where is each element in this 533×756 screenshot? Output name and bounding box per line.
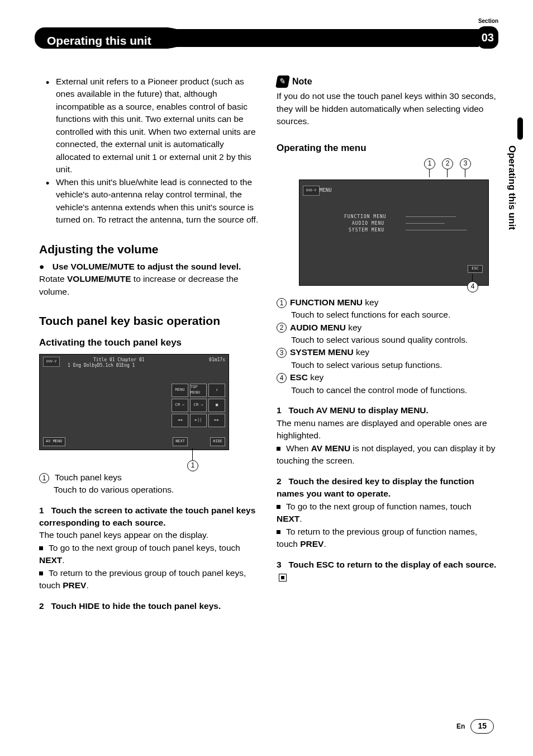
fig-next-btn[interactable]: NEXT [173, 437, 188, 446]
fig-avmenu-btn[interactable]: AV MENU [43, 437, 65, 446]
fig-callout: 2 [442, 158, 453, 169]
step-sub: To return to the previous group of funct… [277, 526, 497, 551]
fig-callout: 3 [460, 158, 471, 169]
fig-callout: 1 [187, 460, 198, 471]
square-bullet-icon [277, 447, 280, 451]
legend-desc: Touch to do various operations. [39, 484, 260, 496]
figure-menu: DVD-V MENU FUNCTION MENU AUDIO MENU SYST… [299, 179, 489, 286]
adjust-body: Rotate VOLUME/MUTE to increase or decrea… [39, 273, 260, 298]
fig-btn[interactable]: CM → [190, 399, 207, 412]
section-label: Section [477, 17, 498, 25]
step-bold: Touch ESC to return to the display of ea… [289, 560, 497, 569]
fig-leader [465, 169, 465, 177]
legend-tail: key [308, 372, 323, 382]
legend-desc: Touch to select functions for each sourc… [277, 309, 497, 321]
legend-num: 2 [277, 323, 287, 333]
header-section: Section 03 [477, 17, 498, 49]
step: 1 Touch AV MENU to display MENU. [277, 404, 497, 417]
step-num: 2 [277, 476, 282, 486]
fig-legend: 1 Touch panel keys [39, 471, 260, 484]
legend-tail: key [363, 297, 378, 307]
fig-leader [429, 169, 430, 177]
fig-btn[interactable]: ↕ [208, 384, 225, 397]
fig-menu-item[interactable]: SYSTEM MENU [344, 227, 387, 234]
text-bold: PREV [300, 539, 323, 549]
fig-callout: 1 [424, 158, 435, 169]
step-bold: Touch the desired key to display the fun… [277, 476, 474, 498]
fig-menu-item[interactable]: AUDIO MENU [344, 220, 387, 227]
fig-menu-item[interactable]: FUNCTION MENU [344, 214, 387, 220]
legend-bold: ESC [290, 372, 308, 382]
text: To go to the next group of function name… [286, 502, 472, 511]
note-body: If you do not use the touch panel keys w… [277, 90, 497, 127]
fig-btn[interactable]: ►► [208, 414, 225, 427]
step: 3 Touch ESC to return to the display of … [277, 559, 497, 584]
legend-label: Touch panel keys [55, 472, 122, 482]
adjust-lead-bold: Use VOLUME/MUTE to adjust the sound leve… [53, 262, 241, 271]
fig-menu-leaders [406, 216, 467, 237]
text: Rotate [39, 274, 67, 284]
sidebar-tab [517, 117, 523, 140]
step-num: 3 [277, 560, 282, 569]
step-sub: To return to the previous group of touch… [39, 567, 260, 592]
header-bar: Operating this unit Section 03 [35, 27, 498, 51]
intro-bullets: External unit refers to a Pioneer produc… [39, 75, 260, 226]
fig-info-line: 1 Eng DolbyD5.1ch 01Eng 1 [68, 362, 135, 368]
fig-callout: 4 [467, 281, 478, 292]
right-column: ✎ Note If you do not use the touch panel… [277, 75, 497, 612]
figure-touch-panel: DVD-V Title 01 Chapter 01 01m17s 1 Eng D… [39, 354, 229, 450]
bullet-dot: ● [39, 262, 44, 271]
text: To go to the next group of touch panel k… [49, 543, 240, 552]
legend-num: 4 [277, 373, 287, 383]
legend-row: 1FUNCTION MENU key [277, 296, 497, 309]
adjust-lead: ● Use VOLUME/MUTE to adjust the sound le… [39, 261, 260, 273]
fig-esc-btn[interactable]: ESC [468, 265, 483, 273]
step-line: The touch panel keys appear on the displ… [39, 529, 260, 541]
step: 1 Touch the screen to activate the touch… [39, 504, 260, 530]
legend-tail: key [354, 347, 369, 357]
step: 2 Touch HIDE to hide the touch panel key… [39, 600, 260, 612]
sidebar-text: Operating this unit [505, 145, 518, 230]
square-bullet-icon [39, 571, 43, 575]
fig-btn[interactable]: ■ [208, 399, 225, 412]
footer-page: 15 [470, 719, 494, 734]
square-bullet-icon [39, 546, 43, 550]
legend-num: 3 [277, 348, 287, 358]
note-header: ✎ Note [277, 75, 497, 88]
text-bold: NEXT [277, 514, 299, 523]
section-number: 03 [477, 26, 498, 49]
text-bold: NEXT [39, 555, 62, 565]
fig-leader [192, 448, 193, 461]
legend-tail: key [346, 323, 361, 332]
note-label: Note [292, 75, 312, 88]
step-bold: Touch HIDE to hide the touch panel keys. [51, 601, 221, 611]
fig-button-grid: MENU TOP MENU ↕ CM ← CM → ■ ◄◄ ►|| ►► [172, 384, 225, 427]
fig-btn[interactable]: MENU [172, 384, 188, 397]
fig-leader [447, 169, 448, 177]
fig-menu-label: MENU [320, 187, 332, 194]
heading-touch-panel: Touch panel key basic operation [39, 313, 260, 329]
legend-desc: Touch to select various sound quality co… [277, 334, 497, 346]
fig-leader [472, 274, 473, 282]
fig-elapsed: 01m17s [209, 357, 225, 363]
intro-bullet: External unit refers to a Pioneer produc… [48, 75, 260, 176]
fig-btn[interactable]: ►|| [190, 414, 207, 427]
subheading-activating: Activating the touch panel keys [39, 336, 260, 349]
source-badge: DVD-V [303, 186, 320, 196]
legend-row: 3SYSTEM MENU key [277, 346, 497, 358]
heading-operating-menu: Operating the menu [277, 141, 497, 155]
text-bold: VOLUME/MUTE [67, 274, 131, 284]
step-bold: Touch the screen to activate the touch p… [39, 505, 255, 527]
text-bold: PREV [63, 580, 86, 590]
fig-btn[interactable]: TOP MENU [190, 384, 207, 397]
legend-num: 1 [39, 473, 49, 483]
fig-hide-btn[interactable]: HIDE [210, 437, 225, 446]
fig-menu-items: FUNCTION MENU AUDIO MENU SYSTEM MENU [344, 214, 387, 234]
footer: En 15 [456, 719, 494, 734]
fig-btn[interactable]: ◄◄ [172, 414, 188, 427]
step: 2 Touch the desired key to display the f… [277, 475, 497, 500]
step-sub: To go to the next group of touch panel k… [39, 542, 260, 567]
fig-btn[interactable]: CM ← [172, 399, 188, 412]
end-mark-icon [279, 574, 287, 582]
legend-bold: FUNCTION MENU [290, 297, 363, 307]
